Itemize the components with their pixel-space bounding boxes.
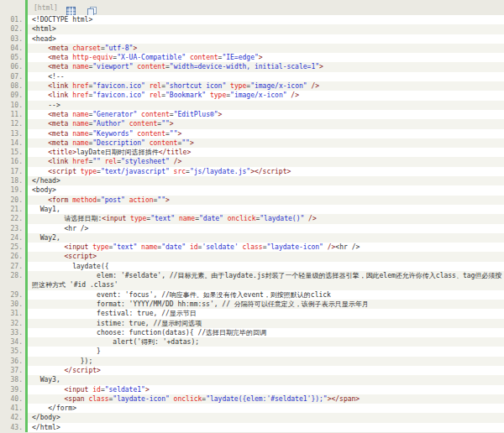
code-line: 34. alert('得到: '+datas);: [0, 337, 504, 347]
code-line: 25. <input type="text" name="date" id='s…: [0, 243, 504, 252]
toolbar-content: [html]: [28, 3, 97, 13]
line-number: 07.: [0, 72, 25, 81]
code-text: <title>layDate日期时间选择插件</title>: [28, 148, 504, 157]
line-number: 42.: [0, 413, 25, 422]
line-number: 17.: [0, 167, 25, 176]
code-line: 17. <script type="text/javascript" src="…: [0, 167, 504, 176]
code-text: <meta name="Description" content="">: [28, 138, 504, 148]
code-line: 03.<head>: [0, 34, 504, 44]
line-number: 18.: [0, 176, 25, 185]
line-number: 36.: [0, 357, 25, 366]
code-line: 05. <meta http-equiv="X-UA-Compatible" c…: [0, 53, 504, 62]
code-line: 21. Way1,: [0, 205, 504, 214]
code-text: <input id="seldate1">: [28, 385, 504, 394]
code-text: });: [28, 357, 504, 366]
code-line: 30. format: 'YYYY/MM/DD hh:mm:ss', // 分隔…: [0, 300, 504, 309]
code-line: 36. });: [0, 357, 504, 366]
line-number: 39.: [0, 385, 25, 394]
code-line: 20. <form method="post" action="">: [0, 196, 504, 205]
line-number: 10.: [0, 101, 25, 110]
code-text: <head>: [28, 34, 504, 44]
code-text: <hr />: [28, 224, 504, 233]
code-text: }: [28, 347, 504, 356]
gutter-spacer: [0, 0, 25, 15]
code-text: laydate({: [28, 262, 504, 271]
code-line: 32. istime: true, //显示时间选项: [0, 319, 504, 328]
code-text: <link href="favicon.ico" rel="shortcut i…: [28, 81, 504, 91]
code-line: 26. <script>: [0, 252, 504, 261]
code-text: <link href="favicon.ico" rel="Bookmark" …: [28, 91, 504, 100]
code-text: <meta name="Author" content="">: [28, 119, 504, 128]
code-text: 请选择日期:<input type="text" name="date" onc…: [28, 214, 504, 223]
code-text: <script type="text/javascript" src="js/l…: [28, 167, 504, 176]
code-line: 04. <meta charset="utf-8">: [0, 44, 504, 53]
code-line: 24. Way2,: [0, 233, 504, 243]
line-number: 28.: [0, 271, 25, 290]
code-line: 35. }: [0, 347, 504, 356]
code-text: choose: function(datas){ //选择日期完毕的回调: [28, 328, 504, 337]
code-line: 22. 请选择日期:<input type="text" name="date"…: [0, 214, 504, 223]
code-line: 07. <!--: [0, 72, 504, 81]
line-number: 35.: [0, 347, 25, 356]
line-number: 09.: [0, 91, 25, 100]
line-number: 20.: [0, 196, 25, 205]
line-number: 02.: [0, 24, 25, 34]
code-line: 42.</body>: [0, 413, 504, 422]
code-line: 23. <hr />: [0, 224, 504, 233]
code-text: <body>: [28, 185, 504, 195]
view-plain-icon[interactable]: [66, 3, 76, 13]
code-text: </html>: [28, 423, 504, 432]
code-line: 16. <link href="" rel="stylesheet" />: [0, 157, 504, 166]
line-number: 30.: [0, 300, 25, 309]
code-text: festival: true, //显示节日: [28, 309, 504, 318]
line-number: 41.: [0, 404, 25, 413]
code-text: istime: true, //显示时间选项: [28, 319, 504, 328]
line-number: 43.: [0, 423, 25, 432]
line-number: 22.: [0, 214, 25, 223]
line-number: 37.: [0, 366, 25, 375]
code-snippet: [html] 01.<!DOCTYPE html>02.<html>03.<he…: [0, 0, 504, 433]
code-text: <meta name="Generator" content="EditPlus…: [28, 110, 504, 119]
code-text: </head>: [28, 176, 504, 185]
code-text: <meta name="Keywords" content="">: [28, 129, 504, 138]
code-text: <!DOCTYPE html>: [28, 15, 504, 24]
line-number: 15.: [0, 148, 25, 157]
line-number: 13.: [0, 129, 25, 138]
line-number: 23.: [0, 224, 25, 233]
line-number: 12.: [0, 119, 25, 128]
line-number: 11.: [0, 110, 25, 119]
code-line: 14. <meta name="Description" content="">: [0, 138, 504, 148]
line-number: 03.: [0, 34, 25, 44]
code-text: <script>: [28, 252, 504, 261]
code-line: 11. <meta name="Generator" content="Edit…: [0, 110, 504, 119]
line-number: 32.: [0, 319, 25, 328]
code-line: 27. laydate({: [0, 262, 504, 271]
line-number: 04.: [0, 44, 25, 53]
code-line: 01.<!DOCTYPE html>: [0, 15, 504, 24]
code-text: <!--: [28, 72, 504, 81]
code-line: 18.</head>: [0, 176, 504, 185]
code-line: 31. festival: true, //显示节日: [0, 309, 504, 318]
code-toolbar: [html]: [0, 0, 504, 15]
code-text: <html>: [28, 24, 504, 34]
code-line: 33. choose: function(datas){ //选择日期完毕的回调: [0, 328, 504, 337]
code-line: 28. elem: '#seldate', //目标元素。由于laydate.j…: [0, 271, 504, 290]
code-text: event: 'focus', //响应事件。如果没有传入event，则按照默认…: [28, 290, 504, 300]
code-text: <meta http-equiv="X-UA-Compatible" conte…: [28, 53, 504, 62]
language-label: [html]: [34, 4, 58, 12]
code-text: Way3,: [28, 375, 504, 384]
code-text: format: 'YYYY/MM/DD hh:mm:ss', // 分隔符可以任…: [28, 300, 504, 309]
line-number: 29.: [0, 290, 25, 300]
line-number: 34.: [0, 337, 25, 347]
line-number: 24.: [0, 233, 25, 243]
code-line: 02.<html>: [0, 24, 504, 34]
code-line: 39. <input id="seldate1">: [0, 385, 504, 394]
code-line: 38. Way3,: [0, 375, 504, 384]
code-text: <meta charset="utf-8">: [28, 44, 504, 53]
line-number: 05.: [0, 53, 25, 62]
code-text: <input type="text" name="date" id='selda…: [28, 243, 504, 252]
copy-icon[interactable]: [87, 3, 97, 13]
line-number: 06.: [0, 62, 25, 71]
code-text: <link href="" rel="stylesheet" />: [28, 157, 504, 166]
code-text: -->: [28, 101, 504, 110]
